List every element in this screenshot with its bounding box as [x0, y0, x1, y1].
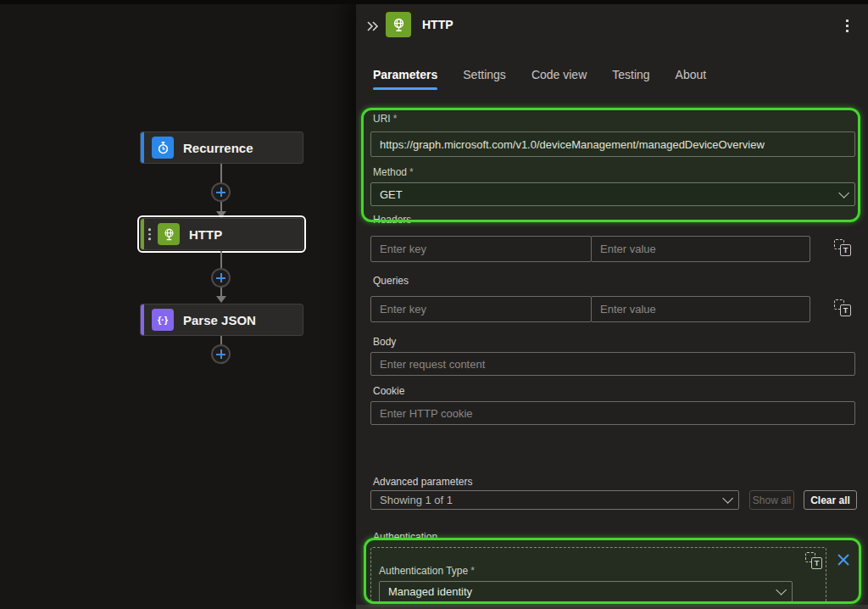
- connector-arrow: [216, 211, 226, 218]
- node-label: Parse JSON: [183, 313, 256, 327]
- insert-step-button[interactable]: [211, 268, 231, 288]
- authentication-type-label: Authentication Type*: [379, 565, 475, 577]
- body-input[interactable]: [370, 352, 855, 376]
- queries-key-input[interactable]: [370, 296, 592, 322]
- headers-text-mode-icon[interactable]: T: [834, 239, 851, 256]
- tab-code-view[interactable]: Code view: [531, 68, 587, 90]
- window-top-edge: [0, 0, 868, 4]
- tab-parameters[interactable]: Parameters: [373, 68, 437, 90]
- queries-value-input[interactable]: [591, 296, 810, 322]
- insert-step-button[interactable]: [211, 182, 231, 202]
- panel-title: HTTP: [422, 18, 453, 31]
- remove-authentication-icon[interactable]: [836, 552, 851, 567]
- headers-value-input[interactable]: [591, 236, 810, 262]
- authentication-type-dropdown[interactable]: Managed identity: [379, 581, 793, 602]
- advanced-parameters-value: Showing 1 of 1: [380, 494, 722, 506]
- node-accent-bar: [141, 304, 144, 335]
- connector-line: [220, 336, 222, 344]
- show-all-button[interactable]: Show all: [749, 490, 794, 510]
- node-http[interactable]: HTTP: [140, 218, 303, 250]
- add-step-button[interactable]: [211, 344, 231, 364]
- parse-json-icon: {·}: [152, 309, 174, 331]
- headers-key-input[interactable]: [370, 236, 592, 262]
- uri-input[interactable]: [370, 131, 855, 157]
- app-window: Recurrence HTTP: [0, 0, 868, 609]
- queries-label: Queries: [373, 275, 409, 287]
- authentication-section-label: Authentication: [373, 531, 437, 543]
- node-parse-json[interactable]: {·} Parse JSON: [140, 304, 303, 336]
- node-accent-bar: [141, 219, 144, 249]
- advanced-parameters-dropdown[interactable]: Showing 1 of 1: [370, 490, 739, 510]
- authentication-text-mode-icon[interactable]: T: [805, 552, 822, 569]
- clear-all-button[interactable]: Clear all: [804, 490, 857, 510]
- connector-line: [220, 164, 222, 182]
- recurrence-icon: [152, 137, 174, 159]
- tab-bar: Parameters Settings Code view Testing Ab…: [373, 68, 706, 90]
- http-icon: [386, 12, 411, 37]
- method-value: GET: [380, 188, 838, 201]
- queries-text-mode-icon[interactable]: T: [834, 299, 851, 316]
- node-label: Recurrence: [183, 141, 253, 155]
- body-label: Body: [373, 336, 396, 348]
- panel-bottom-edge: [356, 605, 868, 609]
- advanced-parameters-label: Advanced parameters: [373, 476, 472, 488]
- chevron-down-icon: [776, 584, 787, 595]
- connector-line: [220, 251, 222, 268]
- panel-header: HTTP: [356, 12, 868, 41]
- headers-label: Headers: [373, 214, 411, 226]
- uri-label: URI*: [373, 113, 397, 125]
- action-details-panel: HTTP Parameters Settings Code view Testi…: [356, 0, 868, 609]
- collapse-panel-icon[interactable]: [364, 18, 381, 35]
- workflow-canvas[interactable]: Recurrence HTTP: [0, 0, 356, 609]
- tab-testing[interactable]: Testing: [612, 68, 649, 90]
- authentication-type-value: Managed identity: [388, 585, 776, 598]
- cookie-input[interactable]: [370, 401, 855, 425]
- connector-arrow: [216, 296, 226, 303]
- drag-handle-icon[interactable]: [148, 228, 151, 240]
- cookie-label: Cookie: [373, 385, 404, 397]
- node-label: HTTP: [189, 227, 222, 242]
- chevron-down-icon: [838, 187, 849, 198]
- http-icon: [158, 223, 180, 245]
- tab-about[interactable]: About: [676, 68, 707, 90]
- tab-settings[interactable]: Settings: [463, 68, 506, 90]
- node-recurrence[interactable]: Recurrence: [140, 131, 303, 164]
- method-label: Method*: [373, 166, 414, 178]
- connector-line: [220, 202, 222, 211]
- more-options-icon[interactable]: [839, 16, 854, 35]
- node-accent-bar: [141, 132, 144, 163]
- method-dropdown[interactable]: GET: [370, 182, 855, 206]
- chevron-down-icon: [722, 493, 733, 504]
- connector-line: [220, 288, 222, 296]
